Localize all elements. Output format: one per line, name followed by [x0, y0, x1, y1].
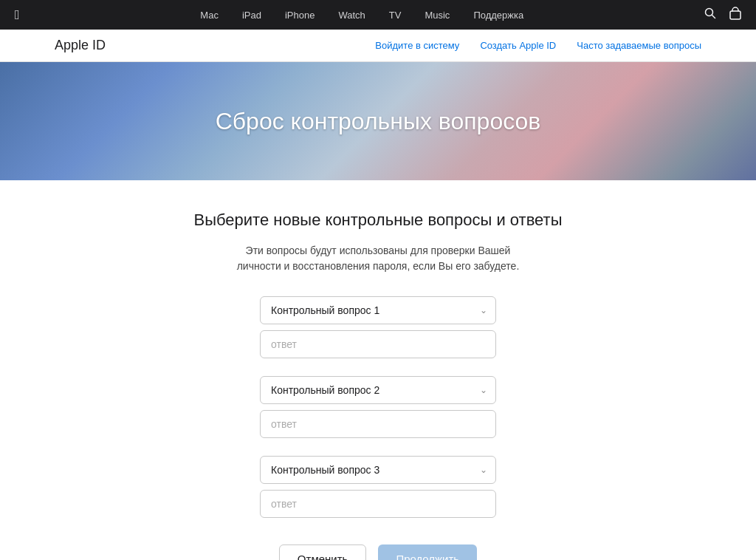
button-row: Отменить Продолжить — [260, 544, 496, 560]
main-content: Выберите новые контрольные вопросы и отв… — [157, 180, 599, 560]
form-description: Эти вопросы будут использованы для прове… — [230, 243, 526, 274]
nav-item-mac[interactable]: Mac — [188, 10, 230, 21]
apple-logo-icon[interactable]:  — [15, 7, 20, 23]
search-icon[interactable] — [704, 7, 716, 22]
nav-items: Mac iPad iPhone Watch TV Music Поддержка — [20, 10, 704, 21]
question-select-1[interactable]: Контрольный вопрос 1 — [260, 296, 496, 324]
nav-bar:  Mac iPad iPhone Watch TV Music Поддерж… — [0, 0, 756, 30]
apple-id-logo[interactable]: Apple ID — [55, 38, 106, 53]
question-select-3[interactable]: Контрольный вопрос 3 — [260, 456, 496, 484]
continue-button[interactable]: Продолжить — [378, 544, 477, 560]
signin-link[interactable]: Войдите в систему — [375, 40, 459, 51]
question-select-wrapper-2: Контрольный вопрос 2 ⌄ — [260, 376, 496, 404]
nav-item-ipad[interactable]: iPad — [230, 10, 273, 21]
nav-item-watch[interactable]: Watch — [326, 10, 377, 21]
cancel-button[interactable]: Отменить — [279, 544, 367, 560]
form-title: Выберите новые контрольные вопросы и отв… — [171, 210, 585, 231]
question-select-wrapper-1: Контрольный вопрос 1 ⌄ — [260, 296, 496, 324]
nav-item-iphone[interactable]: iPhone — [273, 10, 326, 21]
faq-link[interactable]: Часто задаваемые вопросы — [577, 40, 701, 51]
nav-item-tv[interactable]: TV — [377, 10, 413, 21]
question-group-3: Контрольный вопрос 3 ⌄ — [260, 456, 496, 518]
nav-item-support[interactable]: Поддержка — [461, 10, 535, 21]
hero-title: Сброс контрольных вопросов — [216, 108, 541, 135]
answer-input-3[interactable] — [260, 490, 496, 518]
question-select-2[interactable]: Контрольный вопрос 2 — [260, 376, 496, 404]
create-link[interactable]: Создать Apple ID — [480, 40, 556, 51]
hero-banner: Сброс контрольных вопросов — [0, 62, 756, 180]
nav-icons — [704, 7, 741, 23]
svg-line-1 — [712, 16, 715, 18]
apple-id-nav: Войдите в систему Создать Apple ID Часто… — [375, 40, 701, 51]
question-group-1: Контрольный вопрос 1 ⌄ — [260, 296, 496, 358]
answer-input-1[interactable] — [260, 330, 496, 358]
apple-id-header: Apple ID Войдите в систему Создать Apple… — [0, 30, 756, 62]
answer-input-2[interactable] — [260, 410, 496, 438]
question-select-wrapper-3: Контрольный вопрос 3 ⌄ — [260, 456, 496, 484]
form-wrapper: Контрольный вопрос 1 ⌄ Контрольный вопро… — [260, 296, 496, 560]
question-group-2: Контрольный вопрос 2 ⌄ — [260, 376, 496, 438]
bag-icon[interactable] — [729, 7, 741, 23]
nav-item-music[interactable]: Music — [413, 10, 461, 21]
svg-rect-2 — [730, 11, 740, 19]
